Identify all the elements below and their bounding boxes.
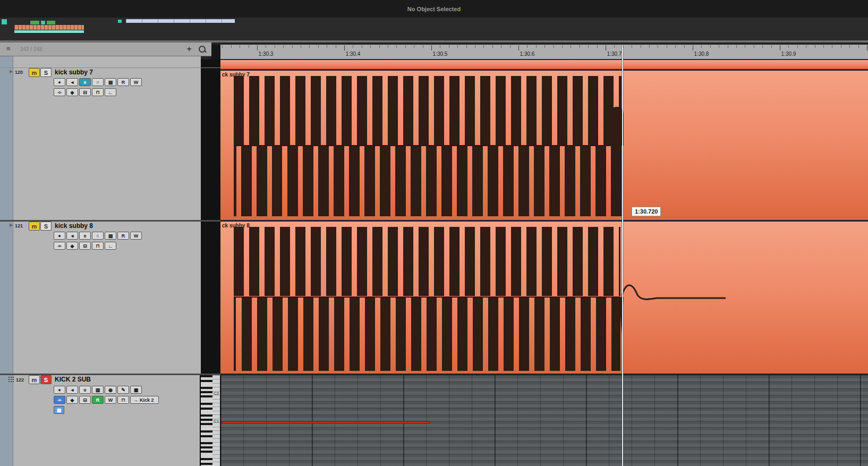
- lanes-button[interactable]: ▤: [105, 78, 116, 86]
- monitor-button[interactable]: ◄: [66, 232, 78, 240]
- midi-editor-lane[interactable]: [220, 375, 868, 466]
- piano-keyboard[interactable]: C2 C1: [200, 375, 220, 466]
- overview-audio-strip[interactable]: [14, 25, 84, 30]
- read-automation-button[interactable]: R: [117, 232, 129, 240]
- track-gutter: [0, 56, 13, 466]
- ruler-label: 1:30.9: [781, 51, 796, 57]
- freeze-button[interactable]: ○: [92, 78, 104, 86]
- overview-marker: [118, 20, 122, 23]
- mute-button[interactable]: m: [29, 222, 40, 231]
- solo-button[interactable]: S: [40, 375, 52, 384]
- input-routing-button[interactable]: -o-: [54, 396, 65, 404]
- gain-button[interactable]: ⊟: [79, 396, 91, 404]
- input-routing-button[interactable]: -o-: [54, 88, 65, 96]
- lane-display-button[interactable]: ∟: [105, 88, 116, 96]
- waveform-lower: [234, 297, 620, 371]
- output-routing-button[interactable]: → Kick 2: [130, 396, 159, 404]
- read-automation-button[interactable]: R: [92, 396, 104, 404]
- track-count: 243 / 248: [20, 46, 42, 52]
- solo-button[interactable]: S: [40, 68, 52, 77]
- overview-event-block: [41, 21, 45, 24]
- track-type-arrow-icon: ▶: [10, 69, 13, 74]
- playhead[interactable]: [622, 45, 623, 466]
- pencil-button[interactable]: ✎: [117, 386, 129, 394]
- lanes-button[interactable]: ▤: [105, 232, 116, 240]
- record-arm-button[interactable]: ●: [54, 78, 65, 86]
- ruler-label: 1:30.4: [346, 51, 361, 57]
- waveform-centerline: [234, 296, 620, 298]
- monitor-button[interactable]: ◄: [66, 78, 78, 86]
- toolbar: [0, 18, 868, 40]
- track-drag-handle[interactable]: [8, 376, 15, 383]
- input-routing-button[interactable]: -o-: [54, 242, 65, 250]
- track-controls-row: ● ◄ e ▤ ◉ ✎ ▦: [54, 386, 143, 394]
- piano-black-keys: [201, 375, 212, 466]
- search-icon[interactable]: [199, 46, 206, 53]
- add-track-button[interactable]: +: [187, 45, 191, 53]
- write-automation-button[interactable]: W: [130, 78, 142, 86]
- track-name[interactable]: kick subby 7: [55, 69, 93, 76]
- lock-button[interactable]: ⊓: [92, 88, 104, 96]
- record-arm-button[interactable]: ●: [54, 232, 65, 240]
- gain-button[interactable]: ⊟: [79, 242, 91, 250]
- write-automation-button[interactable]: W: [105, 396, 116, 404]
- lock-button[interactable]: ⊓: [117, 396, 129, 404]
- audio-event[interactable]: ck subby 8: [220, 222, 868, 374]
- waveform-lower: [234, 146, 622, 216]
- track-list-menu-icon[interactable]: ≡: [6, 45, 11, 53]
- playhead-time-tooltip: 1:30.720: [632, 207, 661, 216]
- instrument-editor-button[interactable]: ▤: [54, 406, 64, 414]
- drum-editor-button[interactable]: ◉: [105, 386, 116, 394]
- timeline-ruler[interactable]: 1:30.3 1:30.4 1:30.5 1:30.6 1:30.7 1:30.…: [211, 45, 868, 60]
- gain-button[interactable]: ⊟: [79, 88, 91, 96]
- track-controls-row: ● ◄ e ○ ▤ R W: [54, 78, 143, 86]
- read-automation-button[interactable]: R: [117, 78, 129, 86]
- mute-button[interactable]: m: [29, 68, 40, 77]
- edit-channel-button[interactable]: e: [79, 78, 91, 86]
- overview-event-block: [30, 21, 39, 24]
- record-arm-button[interactable]: ●: [54, 386, 65, 394]
- waveform-centerline: [234, 145, 622, 146]
- lock-button[interactable]: ⊓: [92, 242, 104, 250]
- overview-corner-icon: [2, 19, 7, 24]
- track-name[interactable]: kick subby 8: [55, 222, 93, 230]
- edit-channel-button[interactable]: e: [79, 232, 91, 240]
- audio-event[interactable]: ck subby 7: [220, 71, 868, 220]
- ruler-label: 1:30.3: [259, 51, 274, 57]
- freeze-button[interactable]: ○: [92, 232, 104, 240]
- track-number: 122: [16, 377, 24, 383]
- track-controls-row: -o- ◈ ⊟ ⊓ ∟: [54, 242, 117, 250]
- midi-note[interactable]: [222, 421, 430, 423]
- timebase-toggle-button[interactable]: ◈: [66, 88, 78, 96]
- lane-display-button[interactable]: ∟: [105, 242, 116, 250]
- track-list-panel: [13, 56, 201, 466]
- timebase-toggle-button[interactable]: ◈: [66, 396, 78, 404]
- waveform-upper: [234, 227, 620, 296]
- overview-event-block: [47, 21, 55, 24]
- track-type-arrow-icon: ▶: [10, 223, 13, 227]
- overview-range-strip[interactable]: [126, 19, 235, 23]
- piano-key-label: C2: [214, 391, 219, 396]
- parts-button[interactable]: ▦: [130, 386, 142, 394]
- output-name: Kick 2: [140, 397, 154, 403]
- ruler-label: 1:30.6: [520, 51, 535, 57]
- track-controls-row: -o- ◈ ⊟ R W ⊓ → Kick 2: [54, 396, 160, 404]
- waveform-decay-tail: [622, 277, 728, 319]
- monitor-button[interactable]: ◄: [66, 386, 78, 394]
- track-number: 120: [15, 70, 23, 75]
- track-controls-row: ▤: [54, 406, 65, 414]
- track-name[interactable]: KICK 2 SUB: [55, 376, 91, 383]
- daw-project-window: No Object Selected ≡ 243 / 248 + 1:30.3 …: [0, 0, 868, 466]
- timebase-toggle-button[interactable]: ◈: [66, 242, 78, 250]
- audio-event-partial[interactable]: [220, 60, 868, 70]
- mute-button[interactable]: m: [29, 375, 40, 384]
- solo-button[interactable]: S: [40, 222, 52, 231]
- waveform-upper: [234, 76, 622, 146]
- ruler-label: 1:30.5: [433, 51, 448, 57]
- piano-key-label: C1: [214, 419, 219, 423]
- lanes-button[interactable]: ▤: [92, 386, 104, 394]
- write-automation-button[interactable]: W: [130, 232, 142, 240]
- edit-channel-button[interactable]: e: [79, 386, 91, 394]
- info-line: No Object Selected: [0, 0, 868, 18]
- info-line-text: No Object Selected: [407, 6, 461, 12]
